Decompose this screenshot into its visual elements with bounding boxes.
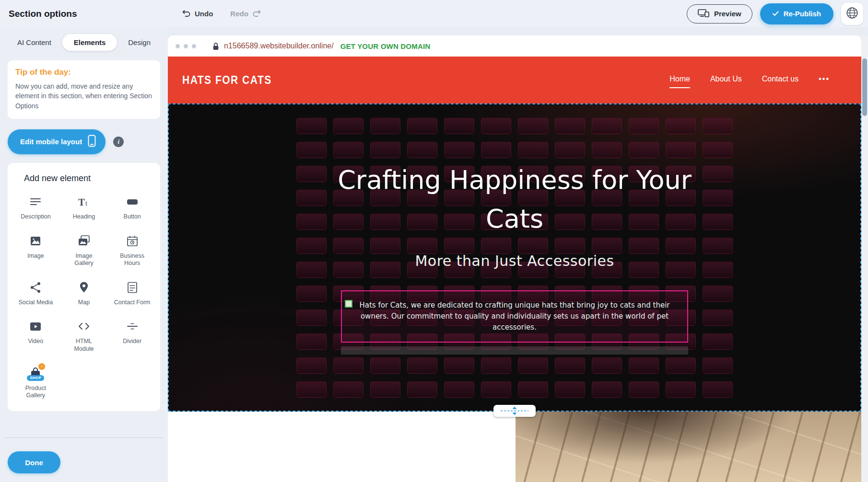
element-html-module[interactable]: HTML Module (60, 319, 108, 353)
image-gallery-icon (76, 233, 92, 249)
language-button[interactable] (841, 3, 863, 25)
shop-badge: SHOP (27, 375, 44, 381)
site-url[interactable]: n1566589.websitebuilder.online/ (224, 42, 334, 50)
window-dot (184, 44, 188, 48)
topbar: Section options Undo Redo Preview Re-Pub… (0, 0, 868, 27)
element-button[interactable]: Button (108, 194, 156, 221)
tab-design[interactable]: Design (125, 34, 153, 51)
redo-label: Redo (230, 10, 248, 18)
svg-text:t: t (85, 199, 88, 207)
devices-icon (698, 9, 709, 19)
site-header: HATS FOR CATS Home About Us Contact us •… (168, 57, 861, 103)
check-icon (773, 10, 779, 18)
svg-text:T: T (78, 196, 85, 208)
redo-button[interactable]: Redo (230, 9, 262, 18)
site-viewport: HATS FOR CATS Home About Us Contact us •… (168, 57, 861, 482)
window-dots (176, 44, 196, 48)
site-logo[interactable]: HATS FOR CATS (182, 74, 272, 87)
site-nav: Home About Us Contact us ••• (669, 75, 830, 85)
element-product-gallery[interactable]: ↑ SHOP Product Gallery (12, 366, 60, 400)
element-social-media[interactable]: Social Media (12, 280, 60, 307)
hero-section-selected[interactable]: Crafting Happiness for Your Cats More th… (168, 103, 861, 412)
edit-mobile-label: Edit mobile layout (20, 138, 82, 146)
next-section-left (168, 412, 516, 482)
scrollbar-track[interactable] (861, 35, 868, 482)
preview-label: Preview (714, 10, 741, 18)
tip-title: Tip of the day: (15, 68, 152, 77)
undo-icon (181, 9, 191, 18)
element-divider[interactable]: Divider (108, 319, 156, 353)
hero-heading[interactable]: Crafting Happiness for Your Cats (332, 161, 697, 238)
image-icon (28, 233, 43, 249)
mobile-layout-row: Edit mobile layout i (8, 129, 160, 154)
undo-button[interactable]: Undo (181, 9, 213, 18)
html-module-icon (76, 319, 92, 334)
element-video[interactable]: Video (12, 319, 60, 353)
video-icon (28, 319, 43, 334)
undo-label: Undo (195, 10, 213, 18)
tab-elements[interactable]: Elements (62, 34, 117, 51)
lock-icon (212, 42, 219, 50)
element-map[interactable]: Map (60, 280, 108, 307)
sidebar-tabs: AI Content Elements Design (0, 27, 168, 54)
hero-paragraph-selected[interactable]: Hats for Cats, we are dedicated to craft… (341, 290, 688, 343)
edit-mobile-layout-button[interactable]: Edit mobile layout (8, 129, 106, 154)
social-media-icon (28, 280, 43, 295)
undo-redo-group: Undo Redo (181, 9, 262, 18)
description-icon (28, 194, 43, 209)
element-heading[interactable]: Tt Heading (60, 194, 108, 221)
hero-paragraph-text[interactable]: Hats for Cats, we are dedicated to craft… (353, 300, 676, 333)
done-button[interactable]: Done (8, 451, 60, 473)
next-section-photo (516, 412, 861, 482)
main-area: n1566589.websitebuilder.online/ GET YOUR… (168, 27, 868, 482)
republish-label: Re-Publish (784, 10, 821, 18)
tab-ai-content[interactable]: AI Content (14, 34, 54, 51)
sidebar-divider (5, 437, 163, 438)
add-element-title: Add new element (12, 173, 156, 184)
element-resize-handle[interactable] (345, 300, 352, 308)
map-icon (76, 280, 92, 295)
nav-about[interactable]: About Us (710, 75, 742, 85)
tip-body: Now you can add, move and resize any ele… (15, 81, 152, 111)
element-grid: Description Tt Heading Button Image (12, 194, 156, 400)
preview-button[interactable]: Preview (687, 4, 752, 23)
window-dot (176, 44, 180, 48)
republish-button[interactable]: Re-Publish (760, 3, 833, 24)
nav-home[interactable]: Home (669, 75, 690, 85)
element-placeholder-strip (341, 346, 688, 355)
element-contact-form[interactable]: Contact Form (108, 280, 156, 307)
contact-form-icon (125, 280, 140, 295)
tip-card: Tip of the day: Now you can add, move an… (8, 60, 160, 119)
hero-content: Crafting Happiness for Your Cats More th… (169, 104, 860, 411)
hero-subheading[interactable]: More than Just Accessories (415, 252, 614, 269)
scrollbar-thumb[interactable] (862, 58, 867, 116)
redo-icon (252, 9, 262, 18)
info-icon[interactable]: i (113, 137, 124, 147)
element-image[interactable]: Image (12, 233, 60, 267)
globe-icon (846, 7, 858, 21)
divider-icon (125, 319, 140, 334)
element-description[interactable]: Description (12, 194, 60, 221)
element-business-hours[interactable]: Business Hours (108, 233, 156, 267)
sidebar: AI Content Elements Design Tip of the da… (0, 27, 168, 482)
page-title: Section options (0, 9, 168, 19)
product-gallery-icon: ↑ SHOP (28, 366, 43, 381)
business-hours-icon (125, 233, 140, 249)
heading-icon: Tt (76, 194, 92, 209)
nav-contact[interactable]: Contact us (762, 75, 798, 85)
next-section (168, 412, 861, 482)
button-icon (125, 194, 140, 209)
element-image-gallery[interactable]: Image Gallery (60, 233, 108, 267)
hero-paragraph-wrap: Hats for Cats, we are dedicated to craft… (341, 290, 688, 355)
phone-icon (88, 135, 96, 149)
get-domain-link[interactable]: GET YOUR OWN DOMAIN (340, 42, 431, 50)
add-element-card: Add new element Description Tt Heading B… (8, 163, 160, 411)
browser-bar: n1566589.websitebuilder.online/ GET YOUR… (168, 35, 861, 57)
upload-badge-icon: ↑ (38, 363, 45, 370)
nav-more-button[interactable]: ••• (819, 75, 830, 85)
section-resize-widget[interactable] (493, 405, 536, 417)
window-dot (192, 44, 196, 48)
